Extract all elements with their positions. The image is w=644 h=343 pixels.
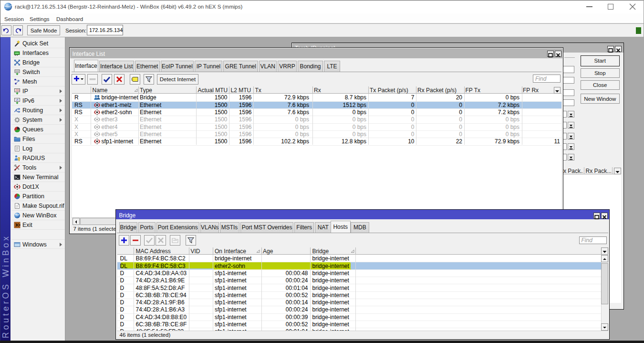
svg-text:v6: v6 (15, 98, 19, 101)
svg-text:255: 255 (15, 89, 20, 92)
